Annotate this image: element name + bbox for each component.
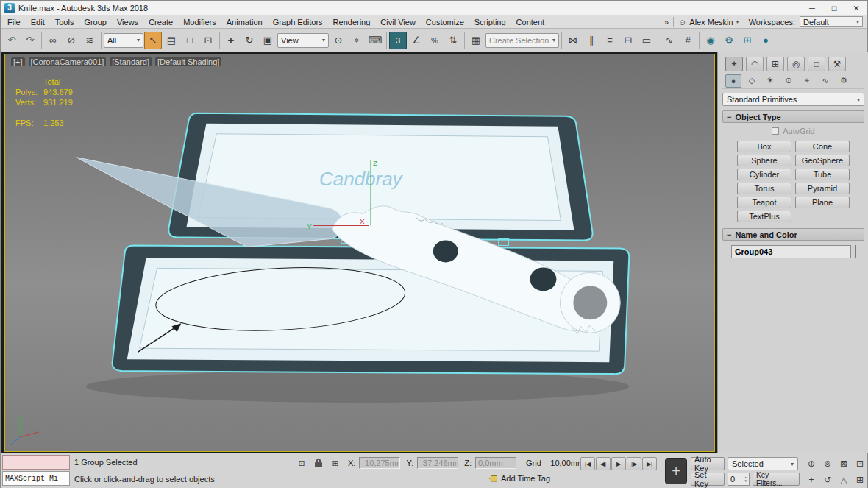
menu-modifiers[interactable]: Modifiers [178,15,221,28]
geosphere-button[interactable]: GeoSphere [795,155,850,166]
use-pivot-center-icon[interactable]: ⊙ [330,32,347,49]
select-manipulate-icon[interactable]: ⌖ [348,32,366,49]
category-geometry-icon[interactable]: ● [725,74,741,88]
app-logo-icon[interactable]: 3 [4,3,15,13]
menu-tools[interactable]: Tools [50,15,79,28]
cone-button[interactable]: Cone [795,141,850,152]
close-button[interactable]: × [845,1,867,15]
select-object-icon[interactable]: ↖ [144,32,162,49]
viewport-general-menu[interactable]: [+] [11,57,25,66]
pyramid-button[interactable]: Pyramid [795,183,850,194]
window-crossing-icon[interactable]: ⊡ [199,32,217,49]
menu-views[interactable]: Views [112,15,143,28]
menu-animation[interactable]: Animation [221,15,268,28]
align-icon[interactable]: ∥ [583,32,600,49]
layer-manager-icon[interactable]: ≡ [601,32,619,49]
minimize-button[interactable]: ─ [801,1,823,15]
menu-file[interactable]: File [2,15,26,28]
autogrid-checkbox[interactable] [772,127,779,135]
play-animation-icon[interactable]: ▶ [611,457,626,470]
isolate-selection-icon[interactable]: ⊡ [295,456,308,470]
auto-key-button[interactable]: Auto Key [691,457,725,470]
object-name-field[interactable] [731,245,851,258]
torus-button[interactable]: Torus [737,183,791,194]
edit-named-sets-icon[interactable]: ▦ [467,32,485,49]
absolute-mode-icon[interactable]: ⊞ [329,456,342,470]
orbit-icon[interactable]: ↺ [820,473,835,487]
select-scale-icon[interactable]: ▣ [259,32,277,49]
previous-frame-icon[interactable]: ◀| [596,457,611,470]
ribbon-toggle-icon[interactable]: ▭ [638,32,655,49]
category-helpers-icon[interactable]: ⌖ [799,74,815,88]
user-account-menu[interactable]: ☺ Alex Meskin ▾ [678,18,739,26]
workspaces-dropdown[interactable]: Default ▾ [800,16,863,27]
tube-button[interactable]: Tube [795,169,850,180]
menu-group[interactable]: Group [79,15,112,28]
object-color-swatch[interactable] [855,245,856,258]
tab-modify[interactable]: ◠ [746,57,764,71]
tab-create[interactable]: + [725,57,743,71]
select-by-name-icon[interactable]: ▤ [163,32,180,49]
go-to-end-icon[interactable]: ▶| [642,457,657,470]
sphere-button[interactable]: Sphere [737,155,791,166]
mirror-icon[interactable]: ⋈ [564,32,582,49]
render-production-icon[interactable]: ● [757,32,775,49]
set-key-button[interactable]: Set Key [691,473,725,486]
cylinder-button[interactable]: Cylinder [737,169,791,180]
category-lights-icon[interactable]: ☀ [762,74,778,88]
maximize-button[interactable]: □ [823,1,845,15]
rendered-frame-window-icon[interactable]: ⊞ [739,32,756,49]
menu-content[interactable]: Content [511,15,550,28]
y-coordinate-field[interactable]: -37,246mm [417,457,458,469]
selection-region-icon[interactable]: □ [181,32,199,49]
pan-view-icon[interactable]: + [804,473,819,487]
render-setup-icon[interactable]: ⚙ [720,32,738,49]
category-spacewarps-icon[interactable]: ∿ [817,74,833,88]
tab-motion[interactable]: ◎ [787,57,805,71]
perspective-viewport[interactable]: Candbray Z Y X [4,54,715,452]
viewport-shading-menu[interactable]: [Default Shading] [155,57,221,66]
zoom-region-icon[interactable]: ⊡ [853,457,867,470]
redo-icon[interactable]: ↷ [21,32,39,49]
material-editor-icon[interactable]: ◉ [702,32,719,49]
named-selection-set-dropdown[interactable]: Create Selection Se ▾ [485,33,559,48]
category-systems-icon[interactable]: ⚙ [836,74,852,88]
curve-editor-icon[interactable]: ∿ [661,32,678,49]
keyboard-override-icon[interactable]: ⌨ [366,32,384,49]
spinner-snap-icon[interactable]: ⇅ [444,32,462,49]
selection-filter-dropdown[interactable]: All ▾ [104,33,143,48]
bind-spacewarp-icon[interactable]: ≋ [81,32,99,49]
category-shapes-icon[interactable]: ◇ [744,74,760,88]
zoom-icon[interactable]: ⊕ [804,457,819,470]
select-rotate-icon[interactable]: ↻ [241,32,258,49]
textplus-button[interactable]: TextPlus [737,211,791,222]
rollout-name-and-color[interactable]: − Name and Color [722,228,864,241]
next-frame-icon[interactable]: |▶ [627,457,641,470]
maximize-viewport-toggle-icon[interactable]: ⊞ [853,473,867,487]
key-mode-dropdown[interactable]: Selected ▾ [728,457,798,470]
menu-customize[interactable]: Customize [421,15,469,28]
geometry-category-dropdown[interactable]: Standard Primitives ▾ [722,93,864,106]
select-move-icon[interactable]: + [222,32,240,49]
maxscript-mini-listener[interactable] [2,455,70,470]
menu-edit[interactable]: Edit [26,15,50,28]
category-cameras-icon[interactable]: ⊙ [780,74,797,88]
go-to-start-icon[interactable]: |◀ [580,457,595,470]
maxscript-mini-label[interactable]: MAXScript Mi [2,471,70,486]
x-coordinate-field[interactable]: -10,275mm [359,457,400,469]
menu-graph-editors[interactable]: Graph Editors [268,15,328,28]
key-filters-button[interactable]: Key Filters... [753,473,800,486]
menu-overflow-icon[interactable]: » [664,18,669,26]
spinner-down-icon[interactable]: ▾ [744,479,747,483]
scene-explorer-icon[interactable]: ⊟ [619,32,637,49]
plane-button[interactable]: Plane [795,197,850,208]
selection-lock-icon[interactable] [312,456,325,470]
snap-toggle-3d-icon[interactable]: 3 [389,32,407,49]
unlink-selection-icon[interactable]: ⊘ [63,32,80,49]
tab-hierarchy[interactable]: ⊞ [766,57,784,71]
add-time-tag-row[interactable]: Add Time Tag [489,474,550,483]
schematic-view-icon[interactable]: # [679,32,697,49]
rollout-object-type[interactable]: − Object Type [722,110,864,123]
zoom-all-icon[interactable]: ⊚ [820,457,835,470]
angle-snap-icon[interactable]: ∠ [408,32,425,49]
